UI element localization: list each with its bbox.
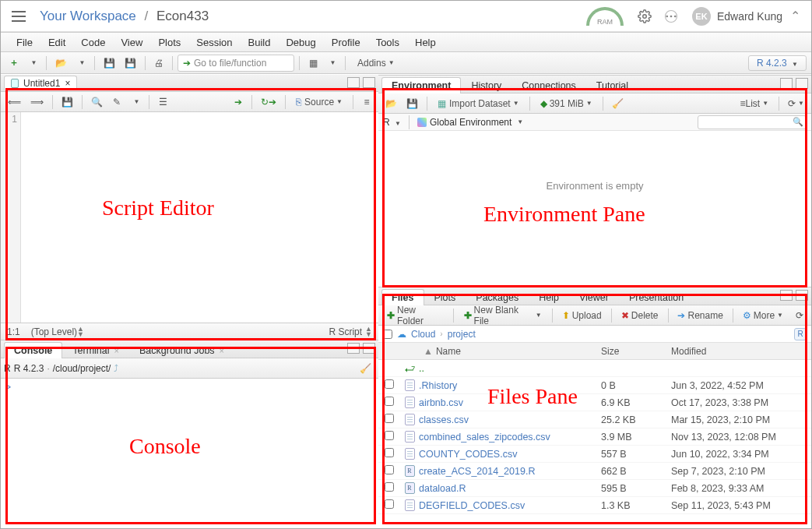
tab-connections[interactable]: Connections [511, 77, 586, 93]
maximize-icon[interactable] [363, 343, 375, 354]
tab-help[interactable]: Help [529, 289, 569, 305]
menu-tools[interactable]: Tools [368, 37, 407, 48]
console-body[interactable]: > [1, 379, 378, 528]
delete-button[interactable]: ✖Delete [617, 307, 663, 324]
new-blank-button[interactable]: ✚New Blank File▼ [459, 307, 547, 324]
lang-updown-icon[interactable]: ▲▼ [365, 326, 372, 337]
file-checkbox[interactable] [385, 465, 394, 474]
import-dataset-button[interactable]: ▦Import Dataset▼ [432, 95, 525, 112]
new-file-icon[interactable]: ＋ [5, 55, 23, 72]
menu-code[interactable]: Code [73, 37, 113, 48]
menu-session[interactable]: Session [188, 37, 240, 48]
file-checkbox[interactable] [385, 414, 394, 423]
more-icon[interactable] [663, 8, 680, 25]
console-path[interactable]: /cloud/project/ [53, 363, 111, 374]
hamburger-icon[interactable] [12, 11, 26, 22]
save-env-icon[interactable]: 💾 [402, 95, 422, 112]
find-icon[interactable]: 🔍 [87, 93, 107, 111]
env-search-input[interactable] [698, 115, 807, 129]
maximize-icon[interactable] [796, 78, 808, 89]
source-button[interactable]: ⎘Source▼ [290, 93, 348, 111]
file-checkbox[interactable] [385, 397, 394, 406]
tab-terminal[interactable]: Terminal× [62, 342, 129, 358]
new-folder-button[interactable]: ✚New Folder [381, 307, 448, 324]
project-version-button[interactable]: R 4.2.3 ▼ [748, 55, 807, 71]
minimize-icon[interactable] [347, 343, 360, 354]
print-icon[interactable]: 🖨 [150, 55, 167, 72]
list-view-button[interactable]: ≡ List▼ [734, 95, 774, 112]
file-checkbox[interactable] [385, 482, 394, 492]
col-modified[interactable]: Modified [671, 346, 811, 357]
tab-tutorial[interactable]: Tutorial [586, 77, 638, 93]
save-icon[interactable]: 💾 [58, 93, 77, 111]
load-icon[interactable]: 📂 [381, 95, 401, 112]
bread-project[interactable]: project [448, 329, 476, 340]
r-project-icon[interactable]: R [794, 328, 807, 340]
avatar[interactable]: EK [692, 7, 711, 26]
open-file-icon[interactable]: 📂 [51, 55, 71, 72]
tab-presentation[interactable]: Presentation [619, 289, 694, 305]
menu-profile[interactable]: Profile [324, 37, 368, 48]
file-name[interactable]: airbnb.csv [419, 397, 601, 408]
file-row[interactable]: combined_sales_zipcodes.csv3.9 MBNov 13,… [378, 428, 811, 446]
tab-bgjobs[interactable]: Background Jobs× [129, 342, 234, 358]
editor-body[interactable]: 1 [1, 112, 378, 323]
menu-edit[interactable]: Edit [40, 37, 73, 48]
clear-console-icon[interactable]: 🧹 [356, 360, 375, 377]
scope-updown-icon[interactable]: ▲▼ [77, 326, 84, 337]
more-button[interactable]: ⚙More▼ [738, 307, 788, 324]
run-icon[interactable]: ➔ [230, 93, 247, 111]
col-name[interactable]: Name [436, 346, 461, 357]
wand-dropdown[interactable]: ▼ [127, 93, 144, 111]
file-checkbox[interactable] [385, 499, 394, 509]
env-lang[interactable]: R ▼ [383, 117, 401, 128]
col-size[interactable]: Size [601, 346, 671, 357]
wand-icon[interactable]: ✎ [108, 93, 125, 111]
tab-history[interactable]: History [461, 77, 511, 93]
maximize-icon[interactable] [796, 290, 808, 301]
chevron-up-icon[interactable]: ⌃ [790, 9, 800, 23]
file-checkbox[interactable] [385, 448, 394, 457]
menu-help[interactable]: Help [407, 37, 444, 48]
minimize-icon[interactable] [347, 77, 360, 88]
workspace-link[interactable]: Your Workspace [40, 9, 136, 23]
popout-icon[interactable]: ⤴ [114, 363, 118, 374]
file-name[interactable]: dataload.R [419, 483, 601, 494]
rename-button[interactable]: ➔Rename [673, 307, 728, 324]
menu-build[interactable]: Build [241, 37, 279, 48]
menu-debug[interactable]: Debug [278, 37, 323, 48]
refresh-icon[interactable]: ⟳▼ [784, 95, 808, 112]
file-name[interactable]: combined_sales_zipcodes.csv [419, 432, 601, 443]
outline-icon[interactable]: ☰ [154, 93, 171, 111]
new-file-dropdown[interactable]: ▼ [24, 55, 41, 72]
menu-file[interactable]: File [9, 37, 40, 48]
tab-environment[interactable]: Environment [381, 77, 461, 93]
file-name[interactable]: COUNTY_CODES.csv [419, 449, 601, 460]
file-name[interactable]: classes.csv [419, 414, 601, 425]
minimize-icon[interactable] [780, 78, 793, 89]
forward-icon[interactable]: ⟹ [26, 93, 47, 111]
rerun-icon[interactable]: ↻➔ [257, 93, 280, 111]
upload-button[interactable]: ⬆Upload [557, 307, 606, 324]
file-row[interactable]: DEGFIELD_CODES.csv1.3 KBSep 11, 2023, 5:… [378, 497, 811, 514]
maximize-icon[interactable] [363, 77, 375, 88]
lang-label[interactable]: R Script [329, 326, 362, 337]
tab-viewer[interactable]: Viewer [569, 289, 619, 305]
outline-toggle-icon[interactable]: ≡ [358, 93, 375, 111]
minimize-icon[interactable] [780, 290, 793, 301]
tab-packages[interactable]: Packages [466, 289, 529, 305]
grid-icon[interactable]: ▦ [304, 55, 322, 72]
select-all-checkbox[interactable] [383, 330, 392, 339]
ram-gauge[interactable]: RAM [586, 7, 624, 26]
file-name[interactable]: .Rhistory [419, 380, 601, 391]
file-row[interactable]: classes.csv25.2 KBMar 15, 2023, 2:10 PM [378, 411, 811, 428]
file-name[interactable]: create_ACS_2014_2019.R [419, 466, 601, 477]
close-tab-icon[interactable]: × [65, 78, 70, 89]
menu-view[interactable]: View [113, 37, 150, 48]
file-row[interactable]: COUNTY_CODES.csv557 BJun 10, 2022, 3:34 … [378, 446, 811, 463]
file-row[interactable]: Rdataload.R595 BFeb 8, 2023, 9:33 AM [378, 480, 811, 497]
open-recent-dropdown[interactable]: ▼ [72, 55, 90, 72]
addins-button[interactable]: Addins▼ [350, 55, 402, 72]
goto-file-input[interactable]: ➔ Go to file/function [178, 55, 294, 72]
bread-cloud[interactable]: Cloud [411, 329, 435, 340]
